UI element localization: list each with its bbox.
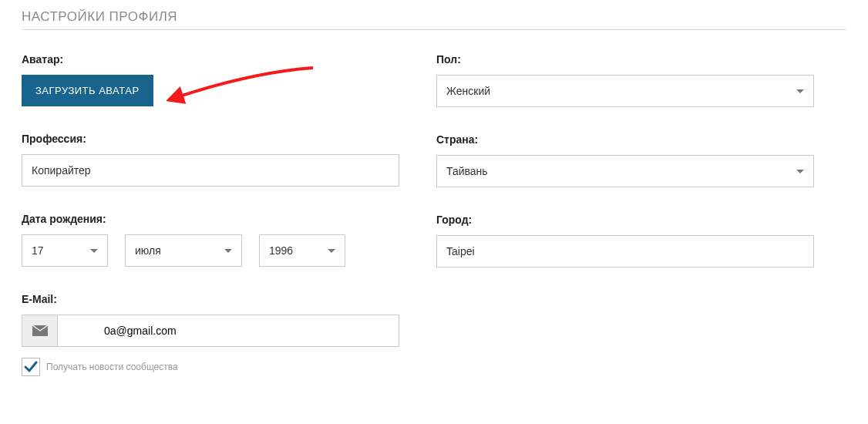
email-label: E-Mail: [22,293,399,305]
email-block: E-Mail: Получать новости сообщества [22,293,399,376]
dob-year-select[interactable]: 1996 [259,234,345,267]
country-value: Тайвань [446,165,488,177]
avatar-label: Аватар: [22,53,399,66]
country-label: Страна: [436,133,814,146]
gender-select[interactable]: Женский [436,75,814,107]
page-title: НАСТРОЙКИ ПРОФИЛЯ [22,9,846,25]
dob-month-value: июля [135,244,161,257]
dob-year-value: 1996 [269,244,293,257]
dob-day-select[interactable]: 17 [22,234,108,267]
chevron-down-icon [328,249,335,253]
dob-month-select[interactable]: июля [125,234,242,267]
email-input[interactable] [57,315,399,347]
divider [22,29,846,30]
chevron-down-icon [796,89,804,93]
country-select[interactable]: Тайвань [436,155,814,187]
chevron-down-icon [796,170,804,173]
newsletter-label: Получать новости сообщества [46,362,178,372]
mail-icon [22,315,57,347]
gender-label: Пол: [436,53,814,66]
profession-block: Профессия: [22,133,399,187]
city-block: Город: [436,214,814,268]
avatar-block: Аватар: ЗАГРУЗИТЬ АВАТАР [22,53,399,106]
profession-label: Профессия: [22,133,399,145]
city-label: Город: [436,214,814,226]
city-input[interactable] [436,235,814,268]
dob-block: Дата рождения: 17 июля 1996 [22,213,399,267]
gender-value: Женский [446,85,490,97]
profession-input[interactable] [22,154,399,187]
chevron-down-icon [224,249,232,253]
upload-avatar-button[interactable]: ЗАГРУЗИТЬ АВАТАР [22,75,153,106]
dob-day-value: 17 [32,244,44,257]
gender-block: Пол: Женский [436,53,814,107]
country-block: Страна: Тайвань [436,133,814,187]
newsletter-checkbox[interactable] [22,358,40,376]
chevron-down-icon [90,249,98,253]
dob-label: Дата рождения: [22,213,399,225]
